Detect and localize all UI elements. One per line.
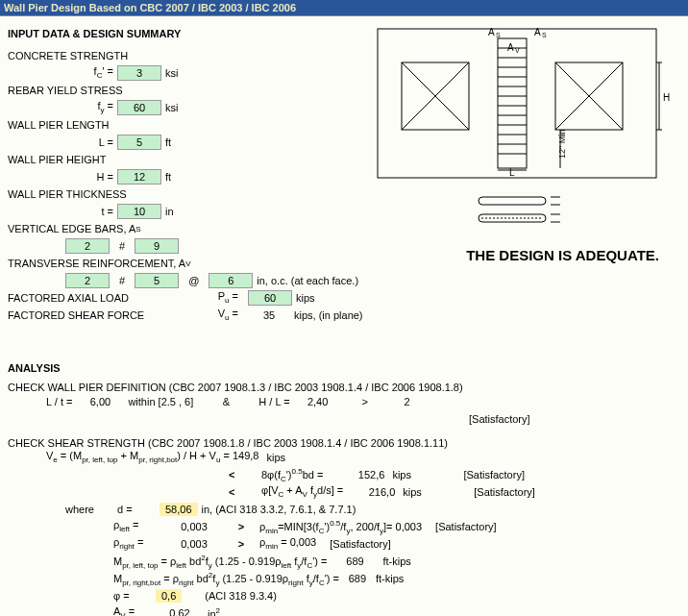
rho-right-sym: ρright =	[113, 536, 161, 551]
t-unit: in	[161, 206, 223, 217]
gt: >	[346, 396, 384, 407]
design-adequate-message: THE DESIGN IS ADEQUATE.	[466, 247, 659, 263]
svg-text:L: L	[509, 167, 515, 178]
l-unit: ft	[161, 136, 223, 148]
svg-text:V: V	[515, 47, 520, 54]
rho-right-val: 0,003	[165, 538, 223, 550]
svg-text:S: S	[542, 32, 547, 38]
analysis-heading: ANALYSIS	[8, 362, 680, 374]
h-symbol: H =	[8, 171, 117, 183]
av-value: 0.62	[156, 607, 204, 616]
lt-op-1: <	[229, 469, 258, 480]
rho-left-val: 0,003	[165, 521, 223, 532]
phivc-unit: kips	[399, 486, 460, 498]
d-value: 58,06	[160, 503, 198, 516]
mpr-rb-unit: ft-kips	[376, 573, 404, 584]
phi8-unit: kips	[388, 469, 450, 480]
sat-4: [Satisfactory]	[320, 538, 391, 550]
svg-text:A: A	[507, 42, 514, 53]
amp: &	[197, 396, 255, 407]
ve-expr: Ve = (Mpr, left, top + Mpr, right,bot) /…	[46, 450, 258, 464]
t-symbol: t =	[8, 206, 117, 217]
svg-text:H: H	[663, 92, 670, 103]
phi8-expr: 8φ(fC')0.5bd =	[261, 467, 323, 483]
lt-within: within [2.5 , 6]	[128, 396, 193, 407]
trans-unit: in, o.c. (at each face.)	[253, 275, 358, 286]
vu-unit: kips, (in plane)	[290, 309, 363, 321]
h-unit: ft	[161, 171, 223, 183]
phi-label: φ =	[113, 590, 152, 602]
vu-value: 35	[248, 308, 290, 322]
check-def-title: CHECK WALL PIER DEFINITION (CBC 2007 190…	[8, 382, 680, 393]
trans-size-input[interactable]: 5	[135, 273, 179, 288]
ve-unit: kips	[262, 452, 324, 463]
mpr-rb-val: 689	[343, 573, 372, 584]
shear-label: FACTORED SHEAR FORCE	[8, 309, 190, 321]
phivc-val: 216,0	[347, 486, 395, 498]
h-input[interactable]: 12	[117, 169, 161, 185]
trans-spacing-input[interactable]: 6	[209, 273, 253, 288]
fc-input[interactable]: 3	[117, 65, 161, 81]
pu-input[interactable]: 60	[248, 290, 292, 306]
hl-label: H / L =	[258, 396, 289, 407]
def-sat: [Satisfactory]	[469, 413, 530, 425]
vu-symbol: Vu =	[190, 308, 238, 322]
lt-value: 6,00	[76, 396, 124, 407]
fc-symbol: fC' =	[8, 65, 117, 80]
l-input[interactable]: 5	[117, 135, 161, 150]
lt-label: L / t =	[46, 396, 72, 407]
sat-2: [Satisfactory]	[464, 486, 535, 498]
gt-lim: 2	[388, 396, 427, 407]
pu-unit: kips	[292, 292, 354, 304]
av-unit: in2	[208, 606, 220, 616]
title-bar: Wall Pier Design Based on CBC 2007 / IBC…	[0, 0, 688, 16]
sat-1: [Satisfactory]	[454, 469, 525, 480]
phi-ref: (ACI 318 9.3.4)	[185, 590, 277, 602]
rho-left-sym: ρleft =	[113, 519, 161, 533]
rhomin-expr: ρmin=MIN[3(fC')0.5/fy, 200/fy]= 0,003	[259, 519, 422, 535]
at-symbol: @	[179, 275, 209, 286]
hl-value: 2,40	[294, 396, 342, 407]
mpr-lt-expr: Mpr, left, top = ρleft bd2fy (1.25 - 0.9…	[113, 554, 327, 570]
svg-text:A: A	[534, 27, 541, 37]
hash-symbol: #	[110, 240, 135, 252]
fy-unit: ksi	[161, 102, 223, 113]
l-symbol: L =	[8, 136, 117, 148]
pier-diagram: AS AS AV H L 12" Min	[373, 24, 680, 237]
gt-1: >	[227, 521, 256, 532]
mpr-lt-unit: ft-kips	[382, 555, 410, 567]
mpr-rb-expr: Mpr, right,bot = ρright bd2fy (1.25 - 0.…	[113, 571, 339, 587]
lt-op-2: <	[229, 486, 258, 498]
where-label: where	[65, 504, 113, 515]
axial-label: FACTORED AXIAL LOAD	[8, 292, 190, 304]
fy-input[interactable]: 60	[117, 100, 161, 115]
trans-count-input[interactable]: 2	[65, 273, 110, 288]
t-input[interactable]: 10	[117, 204, 161, 219]
vert-edge-count-input[interactable]: 2	[65, 238, 110, 254]
svg-text:S: S	[496, 32, 501, 38]
d-unit: in, (ACI 318 3.3.2, 7.6.1, & 7.7.1)	[202, 504, 356, 515]
sat-3: [Satisfactory]	[426, 521, 497, 532]
check-shear-title: CHECK SHEAR STRENGTH (CBC 2007 1908.1.8 …	[8, 437, 680, 449]
d-label: d =	[117, 504, 156, 515]
fy-symbol: fy =	[8, 100, 117, 114]
rhomin2-expr: ρmin = 0,003	[259, 536, 316, 551]
phi-value: 0,6	[156, 589, 182, 603]
vert-edge-size-input[interactable]: 9	[135, 238, 179, 254]
svg-text:A: A	[488, 27, 495, 37]
fc-unit: ksi	[161, 67, 223, 79]
av-label: AV =	[113, 605, 152, 616]
hash-symbol-2: #	[110, 275, 135, 286]
svg-rect-34	[479, 197, 546, 205]
gt-2: >	[227, 538, 256, 550]
phivc-expr: φ[VC + AV fyd/s] =	[261, 484, 343, 499]
pu-symbol: Pu =	[190, 290, 238, 305]
svg-text:12" Min: 12" Min	[557, 130, 567, 159]
mpr-lt-val: 689	[331, 555, 379, 567]
phi8-val: 152,6	[327, 469, 384, 480]
